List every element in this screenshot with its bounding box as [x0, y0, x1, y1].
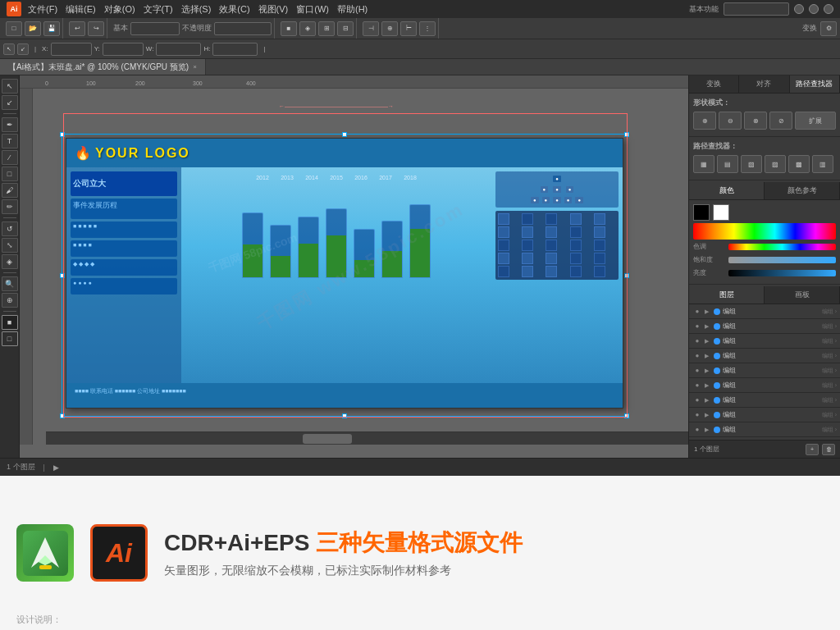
- layer-eye-2[interactable]: ●: [692, 336, 702, 346]
- menu-object[interactable]: 对象(O): [104, 3, 135, 16]
- minimize-button[interactable]: [794, 4, 804, 14]
- exclude-btn[interactable]: ⊘: [769, 112, 792, 130]
- new-button[interactable]: □: [6, 21, 22, 36]
- canvas-work[interactable]: 千图网 www.58pic.com: [33, 89, 688, 445]
- zoom-tool[interactable]: ⊕: [2, 293, 18, 308]
- layer-edit-6[interactable]: 编组 ›: [822, 396, 837, 404]
- scrollbar-h[interactable]: [46, 431, 688, 445]
- handle-ml[interactable]: [60, 273, 65, 278]
- bri-slider-track[interactable]: [728, 270, 836, 276]
- tab-pathfinder[interactable]: 路径查找器: [790, 75, 840, 93]
- redo-button[interactable]: ↪: [88, 21, 104, 36]
- align-left[interactable]: ⊣: [363, 21, 379, 36]
- type-tool[interactable]: T: [2, 134, 18, 148]
- w-input[interactable]: [156, 43, 201, 56]
- misc-btn-3[interactable]: ⊞: [318, 21, 335, 36]
- layer-item-6[interactable]: ● ▶ 编组 编组 ›: [689, 393, 840, 408]
- layer-item-7[interactable]: ● ▶ 编组 编组 ›: [689, 408, 840, 422]
- pf-btn-2[interactable]: ▤: [717, 155, 738, 173]
- handle-bm[interactable]: [342, 413, 347, 418]
- tab-artboards[interactable]: 画板: [765, 286, 840, 304]
- handle-tr[interactable]: [624, 132, 629, 137]
- tab-transform[interactable]: 变换: [689, 75, 739, 93]
- open-button[interactable]: 📂: [25, 21, 41, 36]
- selection-tool[interactable]: ↖: [2, 79, 18, 94]
- tab-close-btn[interactable]: ×: [193, 63, 197, 71]
- layer-edit-8[interactable]: 编组 ›: [822, 426, 837, 434]
- layers-panel[interactable]: ● ▶ 编组 编组 › ● ▶ 编组 编组 › ● ▶ 编组 编组 › ● ▶: [689, 304, 840, 440]
- fill-swatch[interactable]: ■: [2, 315, 18, 330]
- opacity-dropdown[interactable]: [214, 22, 272, 35]
- layer-item-5[interactable]: ● ▶ 编组 编组 ›: [689, 378, 840, 393]
- handle-bl[interactable]: [60, 413, 65, 418]
- close-button[interactable]: [824, 4, 833, 14]
- layer-eye-8[interactable]: ●: [692, 425, 702, 435]
- tab-layers[interactable]: 图层: [689, 286, 765, 304]
- pen-tool[interactable]: ✒: [2, 117, 18, 132]
- hue-slider-track[interactable]: [728, 244, 836, 250]
- layer-eye-1[interactable]: ●: [692, 322, 702, 331]
- y-input[interactable]: [103, 43, 144, 56]
- misc-btn-2[interactable]: ◈: [299, 21, 316, 36]
- menu-edit[interactable]: 编辑(E): [66, 3, 96, 16]
- layer-edit-1[interactable]: 编组 ›: [822, 322, 837, 331]
- tab-color-ref[interactable]: 颜色参考: [765, 182, 840, 199]
- handle-tl[interactable]: [60, 132, 65, 137]
- blend-tool[interactable]: ◈: [2, 254, 18, 269]
- sat-slider-track[interactable]: [728, 257, 836, 263]
- mode-dropdown[interactable]: [130, 22, 180, 35]
- pf-btn-3[interactable]: ▧: [741, 155, 762, 173]
- s-btn-1[interactable]: ↖: [3, 43, 15, 55]
- layer-edit-4[interactable]: 编组 ›: [822, 367, 837, 375]
- pencil-tool[interactable]: ✏: [2, 199, 18, 214]
- delete-layer-btn[interactable]: 🗑: [822, 444, 835, 455]
- layer-item-0[interactable]: ● ▶ 编组 编组 ›: [689, 304, 840, 319]
- layer-item-1[interactable]: ● ▶ 编组 编组 ›: [689, 319, 840, 334]
- scale-tool[interactable]: ⤡: [2, 238, 18, 253]
- pf-btn-1[interactable]: ▦: [693, 155, 714, 173]
- layer-edit-7[interactable]: 编组 ›: [822, 411, 837, 419]
- save-button[interactable]: 💾: [43, 21, 60, 36]
- layer-item-8[interactable]: ● ▶ 编组 编组 ›: [689, 422, 840, 437]
- layer-eye-5[interactable]: ●: [692, 381, 702, 390]
- canvas-area[interactable]: 0 100 200 300 400 千图网 www.58pic.com: [20, 75, 688, 458]
- expand-btn[interactable]: 扩展: [795, 112, 836, 130]
- layer-edit-5[interactable]: 编组 ›: [822, 381, 837, 390]
- scrollbar-thumb[interactable]: [303, 434, 352, 444]
- x-input[interactable]: [51, 43, 92, 56]
- pf-btn-6[interactable]: ▥: [812, 155, 833, 173]
- dist-h[interactable]: ⋮: [419, 21, 436, 36]
- layer-eye-4[interactable]: ●: [692, 366, 702, 376]
- misc-btn-4[interactable]: ⊟: [337, 21, 354, 36]
- menu-window[interactable]: 窗口(W): [296, 3, 329, 16]
- layer-eye-0[interactable]: ●: [692, 307, 702, 317]
- eyedropper-tool[interactable]: 🔍: [2, 276, 18, 291]
- tab-swatch[interactable]: 颜色: [689, 182, 765, 199]
- align-center[interactable]: ⊕: [381, 21, 398, 36]
- align-right[interactable]: ⊢: [400, 21, 417, 36]
- menu-view[interactable]: 视图(V): [258, 3, 289, 16]
- intersect-btn[interactable]: ⊗: [744, 112, 767, 130]
- handle-tm[interactable]: [342, 132, 347, 137]
- line-tool[interactable]: ∕: [2, 150, 18, 165]
- transform-btn[interactable]: ⚙: [820, 21, 837, 36]
- active-tab[interactable]: 【Ai格式】末班盘.ai* @ 100% (CMYK/GPU 预览) ×: [0, 59, 206, 75]
- new-layer-btn[interactable]: +: [806, 444, 819, 455]
- menu-effect[interactable]: 效果(C): [219, 3, 249, 16]
- black-swatch[interactable]: [693, 204, 710, 221]
- rect-tool[interactable]: □: [2, 167, 18, 181]
- menu-text[interactable]: 文字(T): [144, 3, 173, 16]
- color-gradient-bar[interactable]: [693, 223, 836, 240]
- pf-btn-5[interactable]: ▩: [788, 155, 810, 173]
- layer-edit-0[interactable]: 编组 ›: [822, 308, 837, 316]
- menu-select[interactable]: 选择(S): [181, 3, 212, 16]
- maximize-button[interactable]: [809, 4, 819, 14]
- pf-btn-4[interactable]: ▨: [765, 155, 786, 173]
- layer-edit-2[interactable]: 编组 ›: [822, 337, 837, 345]
- menu-file[interactable]: 文件(F): [28, 3, 57, 16]
- search-input[interactable]: [724, 2, 789, 16]
- layer-item-3[interactable]: ● ▶ 编组 编组 ›: [689, 349, 840, 363]
- direct-select-tool[interactable]: ↙: [2, 95, 18, 110]
- handle-mr[interactable]: [624, 273, 629, 278]
- h-input[interactable]: [212, 43, 258, 56]
